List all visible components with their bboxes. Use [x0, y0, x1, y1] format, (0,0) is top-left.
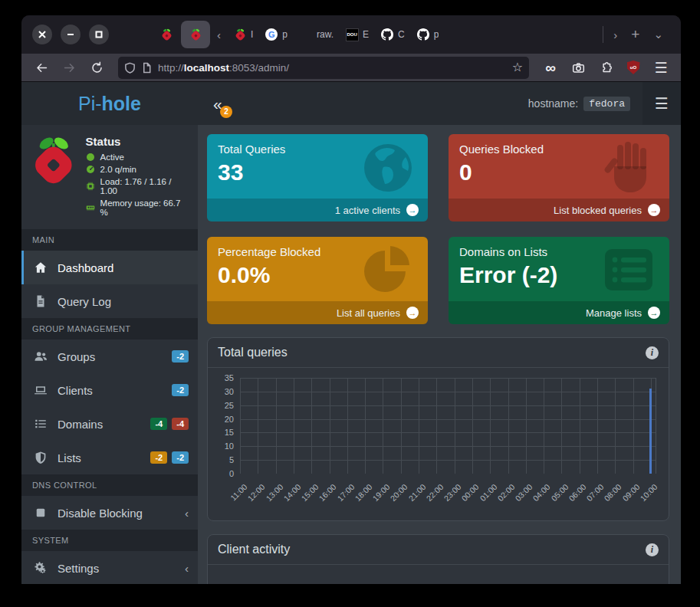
sidebar-item-dashboard[interactable]: Dashboard	[21, 251, 198, 284]
card-title: Domains on Lists	[459, 245, 659, 258]
topbar-menu-button[interactable]: ☰	[642, 82, 681, 125]
scroll-tabs-right-button[interactable]: ›	[606, 28, 624, 41]
total-queries-card[interactable]: Total Queries 33 1 active clients →	[207, 134, 428, 221]
browser-tab[interactable]: I	[228, 21, 259, 48]
count-badge: -4	[150, 418, 167, 430]
file-icon	[32, 294, 49, 308]
sidebar-section-header: DNS CONTROL	[21, 474, 198, 496]
query-bar[interactable]	[649, 389, 652, 474]
count-badge: -2	[172, 451, 189, 464]
sidebar: Status Active2.0 q/minLoad: 1.76 / 1.16 …	[21, 125, 198, 584]
chevron-left-icon: ‹	[185, 507, 189, 520]
url-bar[interactable]: http://localhost:8053/admin/ ☆	[118, 57, 529, 79]
x-axis-tick: 13:00	[264, 482, 284, 503]
ublock-origin-icon[interactable]: uO	[623, 57, 644, 78]
scroll-tabs-left-button[interactable]: ‹	[210, 28, 228, 41]
count-badge: -4	[172, 418, 189, 430]
app-menu-button[interactable]: ☰	[650, 57, 672, 78]
browser-tab[interactable]: raw.	[294, 21, 340, 48]
chart-plot-area[interactable]	[240, 378, 656, 474]
forward-button[interactable]	[58, 57, 80, 78]
sidebar-item-lists[interactable]: Lists-2-2	[21, 441, 198, 474]
chart-x-axis: 11:0012:0013:0014:0015:0016:0017:0018:00…	[240, 477, 656, 516]
back-button[interactable]	[31, 57, 52, 78]
browser-tab[interactable]: p	[411, 21, 445, 48]
x-axis-tick: 06:00	[567, 482, 587, 503]
sidebar-menu: MAINDashboardQuery LogGROUP MANAGEMENTGr…	[21, 229, 198, 584]
card-footer-link[interactable]: List blocked queries →	[449, 199, 669, 221]
hostname-value: fedora	[583, 97, 630, 111]
laptop-icon	[32, 383, 49, 397]
info-icon[interactable]: i	[646, 346, 659, 359]
pihole-logo-text[interactable]: Pi-hole	[78, 93, 141, 115]
x-axis-tick: 10:00	[638, 482, 659, 503]
sidebar-item-query-log[interactable]: Query Log	[21, 284, 198, 318]
browser-tab[interactable]	[152, 21, 181, 48]
sidebar-item-clients[interactable]: Clients-2	[21, 373, 198, 407]
card-footer-link[interactable]: Manage lists →	[449, 301, 669, 324]
card-value: 33	[218, 159, 417, 185]
circle-icon	[86, 153, 95, 162]
sidebar-collapse-button[interactable]: « 2	[213, 96, 233, 112]
card-footer-link[interactable]: List all queries →	[207, 301, 428, 324]
tab-strip: ‹IGpraw.DOUECp	[152, 15, 600, 54]
sidebar-section-header: MAIN	[21, 229, 198, 251]
x-axis-tick: 22:00	[424, 482, 445, 503]
card-footer-link[interactable]: 1 active clients →	[207, 199, 428, 221]
x-axis-tick: 03:00	[514, 482, 534, 503]
sidebar-item-disable-blocking[interactable]: Disable Blocking‹	[21, 496, 198, 530]
url-text[interactable]: http://localhost:8053/admin/	[158, 62, 507, 74]
raspberry-icon	[160, 28, 173, 41]
firefox-view-icon[interactable]: ∞	[540, 57, 561, 78]
main-content: Total Queries 33 1 active clients →	[198, 125, 681, 584]
y-axis-tick: 25	[214, 401, 234, 410]
count-badge: -2	[172, 384, 189, 396]
tracking-shield-icon[interactable]	[124, 62, 136, 74]
page-info-icon[interactable]	[141, 62, 153, 74]
y-axis-tick: 5	[214, 455, 234, 464]
browser-tab[interactable]: Gp	[259, 21, 294, 48]
sidebar-section-header: SYSTEM	[21, 530, 198, 551]
browser-tab[interactable]: C	[375, 21, 411, 48]
count-badge: -2	[172, 350, 189, 363]
new-tab-button[interactable]: +	[624, 26, 646, 43]
total-queries-panel: Total queries i 35302520151050 11:0012:0…	[207, 337, 669, 521]
info-icon[interactable]: i	[646, 543, 659, 556]
total-queries-chart[interactable]: 35302520151050 11:0012:0013:0014:0015:00…	[214, 378, 662, 520]
sidebar-item-settings[interactable]: Settings‹	[21, 551, 198, 584]
sidebar-item-domains[interactable]: Domains-4-4	[21, 407, 198, 441]
domains-on-lists-card[interactable]: Domains on Lists Error (-2) Manage lists…	[449, 237, 669, 324]
card-title: Total Queries	[218, 143, 417, 156]
card-value: 0	[459, 159, 659, 185]
extensions-puzzle-icon[interactable]	[595, 57, 616, 78]
summary-cards: Total Queries 33 1 active clients →	[207, 134, 669, 324]
tab-bar: ‹IGpraw.DOUECp › + ⌄	[21, 15, 681, 54]
sidebar-section-header: GROUP MANAGEMENT	[21, 318, 198, 340]
list-all-tabs-button[interactable]: ⌄	[646, 28, 670, 41]
maximize-button[interactable]	[89, 25, 109, 44]
dou-icon: DOU	[346, 28, 358, 41]
status-title: Status	[86, 135, 190, 148]
reload-button[interactable]	[86, 57, 107, 78]
gauge-icon	[86, 165, 95, 174]
status-panel: Status Active2.0 q/minLoad: 1.76 / 1.16 …	[21, 125, 198, 229]
screenshot-camera-icon[interactable]	[567, 57, 589, 78]
home-icon	[32, 261, 49, 274]
bookmark-star-icon[interactable]: ☆	[512, 61, 523, 74]
client-activity-panel: Client activity i	[207, 534, 669, 584]
x-axis-tick: 14:00	[281, 482, 302, 503]
arrow-circle-icon: →	[406, 307, 419, 319]
x-axis-tick: 07:00	[585, 482, 606, 503]
client-activity-chart[interactable]	[208, 565, 669, 584]
y-axis-tick: 30	[214, 387, 234, 396]
close-button[interactable]	[32, 25, 52, 44]
queries-blocked-card[interactable]: Queries Blocked 0 List blocked queries →	[449, 134, 669, 221]
x-axis-tick: 02:00	[495, 482, 516, 503]
browser-tab[interactable]	[181, 21, 210, 48]
google-icon: G	[265, 28, 278, 41]
minimize-button[interactable]	[61, 25, 81, 44]
percentage-blocked-card[interactable]: Percentage Blocked 0.0% List all queries…	[207, 237, 428, 324]
panel-title: Client activity	[218, 543, 290, 556]
browser-tab[interactable]: DOUE	[340, 21, 375, 48]
sidebar-item-groups[interactable]: Groups-2	[21, 340, 198, 373]
